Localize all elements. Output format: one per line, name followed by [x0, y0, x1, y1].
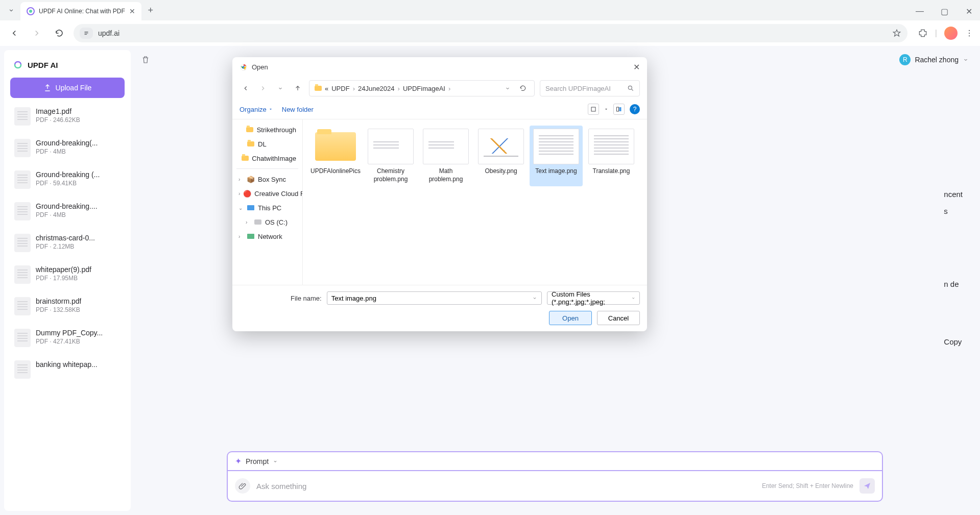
grid-item[interactable]: Chemistry problem.png: [364, 126, 417, 186]
new-folder-button[interactable]: New folder: [282, 106, 314, 113]
folder-icon: [315, 86, 322, 91]
file-name-input[interactable]: Text image.png: [327, 291, 542, 305]
dialog-recent-button[interactable]: [274, 82, 286, 94]
tree-item-creative-cloud[interactable]: ›🔴Creative Cloud F: [234, 186, 300, 201]
tree-item-network[interactable]: ›Network: [234, 229, 300, 243]
file-name-label: File name:: [291, 295, 322, 302]
organize-menu[interactable]: Organize: [240, 106, 273, 113]
dialog-toolbar: Organize New folder ?: [232, 100, 647, 119]
dialog-button-row: Open Cancel: [240, 311, 640, 325]
grid-item[interactable]: Obesity.png: [474, 126, 528, 186]
dialog-title: Open: [252, 63, 268, 71]
svg-rect-10: [619, 107, 622, 111]
file-grid: UPDFAIonlinePicsChemistry problem.pngMat…: [303, 119, 647, 285]
folder-tree: Strikethrough DL ChatwithImage ›📦Box Syn…: [232, 119, 303, 285]
grid-label: Math problem.png: [422, 167, 469, 183]
grid-item[interactable]: UPDFAIonlinePics: [309, 126, 362, 186]
breadcrumb-dropdown[interactable]: [501, 82, 514, 94]
chrome-icon: [240, 63, 248, 71]
grid-item[interactable]: Text image.png: [530, 126, 583, 186]
tree-item-strikethrough[interactable]: Strikethrough: [234, 122, 300, 137]
grid-label: Chemistry problem.png: [367, 167, 414, 183]
chevron-down-icon: [269, 107, 273, 111]
chevron-down-icon[interactable]: [532, 296, 537, 301]
file-type-select[interactable]: Custom Files (*.png;*.jpg;*.jpeg;: [547, 291, 640, 305]
grid-label: Obesity.png: [485, 167, 517, 176]
grid-label: Text image.png: [535, 167, 577, 176]
dialog-nav: « UPDF › 24June2024 › UPDFimageAI › Sear…: [232, 77, 647, 100]
open-button[interactable]: Open: [549, 311, 592, 325]
breadcrumb-prefix: «: [325, 85, 328, 92]
file-open-dialog: Open ✕ « UPDF › 24June2024 › UPDFimageAI…: [232, 57, 647, 331]
svg-point-7: [628, 86, 632, 89]
tree-item-chatwithimage[interactable]: ChatwithImage: [234, 151, 300, 165]
search-icon: [627, 85, 634, 92]
tree-item-dl[interactable]: DL: [234, 137, 300, 151]
image-thumb-icon: [478, 129, 524, 164]
file-name-row: File name: Text image.png Custom Files (…: [240, 291, 640, 305]
chevron-down-icon: [631, 296, 635, 301]
breadcrumb-seg[interactable]: UPDFimageAI: [403, 85, 445, 92]
chevron-right-icon: ›: [448, 85, 450, 92]
svg-rect-9: [617, 107, 619, 111]
chevron-right-icon: ›: [353, 85, 355, 92]
breadcrumb-seg[interactable]: UPDF: [331, 85, 349, 92]
dialog-header: Open ✕: [232, 57, 647, 77]
grid-item[interactable]: Translate.png: [585, 126, 638, 186]
breadcrumb-bar[interactable]: « UPDF › 24June2024 › UPDFimageAI ›: [309, 80, 535, 96]
dialog-body: Strikethrough DL ChatwithImage ›📦Box Syn…: [232, 119, 647, 285]
help-button[interactable]: ?: [630, 104, 640, 114]
chevron-right-icon: ›: [398, 85, 400, 92]
dialog-search-input[interactable]: Search UPDFimageAI: [540, 80, 640, 96]
dialog-footer: File name: Text image.png Custom Files (…: [232, 285, 647, 331]
image-thumb-icon: [368, 129, 414, 164]
grid-label: UPDFAIonlinePics: [310, 167, 361, 176]
image-thumb-icon: [423, 129, 469, 164]
dialog-backdrop: Open ✕ « UPDF › 24June2024 › UPDFimageAI…: [0, 0, 980, 515]
svg-rect-8: [591, 107, 595, 111]
tree-separator: [236, 168, 298, 169]
dialog-close-button[interactable]: ✕: [633, 62, 640, 72]
grid-label: Translate.png: [593, 167, 630, 176]
tree-item-box-sync[interactable]: ›📦Box Sync: [234, 172, 300, 186]
folder-thumb-icon: [313, 129, 358, 164]
image-thumb-icon: [588, 129, 634, 164]
image-thumb-icon: [533, 129, 579, 164]
tree-item-os-c[interactable]: ›OS (C:): [234, 215, 300, 229]
preview-pane-button[interactable]: [613, 104, 625, 115]
grid-item[interactable]: Math problem.png: [419, 126, 472, 186]
dialog-up-button[interactable]: [292, 82, 304, 94]
dialog-back-button[interactable]: [240, 82, 252, 94]
dialog-forward-button[interactable]: [257, 82, 269, 94]
search-placeholder: Search UPDFimageAI: [545, 85, 624, 92]
refresh-button[interactable]: [517, 82, 529, 94]
chevron-down-icon[interactable]: [604, 107, 608, 111]
cancel-button[interactable]: Cancel: [597, 311, 640, 325]
tree-item-this-pc[interactable]: ⌄This PC: [234, 201, 300, 215]
view-mode-button[interactable]: [588, 104, 599, 115]
breadcrumb-seg[interactable]: 24June2024: [358, 85, 395, 92]
